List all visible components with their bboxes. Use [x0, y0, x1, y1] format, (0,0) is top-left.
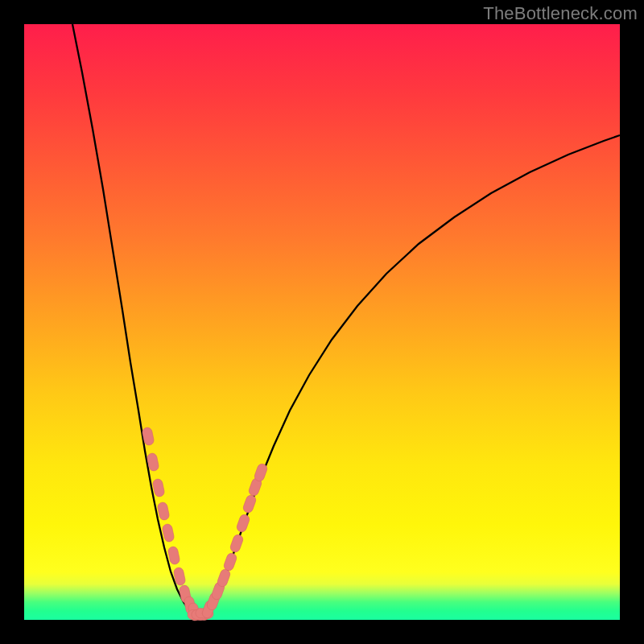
- data-marker: [167, 546, 180, 565]
- data-marker: [254, 463, 269, 483]
- bottleneck-curve: [24, 24, 620, 620]
- data-marker: [236, 514, 251, 534]
- data-marker: [217, 568, 232, 588]
- data-marker: [242, 494, 258, 514]
- data-marker: [152, 478, 165, 497]
- chart-frame: TheBottleneck.com: [0, 0, 644, 644]
- data-marker: [162, 523, 175, 543]
- data-marker: [157, 502, 170, 521]
- data-marker: [223, 552, 238, 572]
- bottleneck-curve-path: [72, 24, 620, 615]
- data-marker: [229, 534, 245, 554]
- plot-area: [24, 24, 620, 620]
- watermark-text: TheBottleneck.com: [483, 3, 638, 24]
- data-marker-layer: [142, 427, 269, 621]
